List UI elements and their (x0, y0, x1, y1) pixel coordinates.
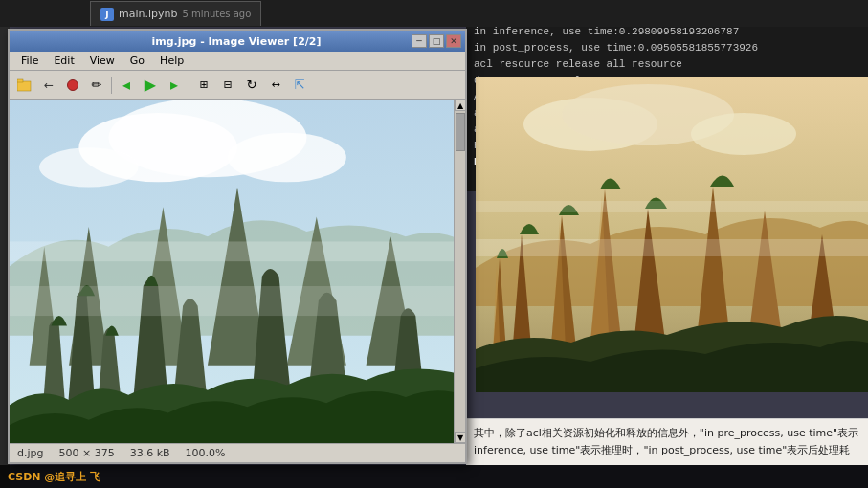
desktop: J main.ipynb 5 minutes ago img.jpg - Ima… (0, 0, 868, 488)
image-viewer-window: img.jpg - Image Viewer [2/2] ─ □ ✕ File … (8, 29, 467, 464)
title-bar-controls: ─ □ ✕ (412, 34, 461, 48)
toolbar-separator-2 (189, 77, 189, 94)
landscape-svg (10, 100, 465, 443)
bottom-text-area: 其中，除了acl相关资源初始化和释放的信息外，"in pre_process, … (466, 418, 868, 465)
stop-icon (67, 79, 78, 91)
nav-play-button[interactable]: ▶ (139, 75, 162, 96)
maximize-button[interactable]: □ (429, 34, 444, 48)
minimize-button[interactable]: ─ (412, 34, 427, 48)
scrollbar-up-arrow[interactable]: ▲ (455, 100, 465, 111)
zoom-button[interactable]: ⊟ (216, 75, 239, 96)
status-filesize: 33.6 kB (130, 447, 170, 459)
menu-edit[interactable]: Edit (46, 54, 81, 68)
csdn-label: CSDN @追寻上 飞 (8, 470, 100, 484)
terminal-line-4: acl resource release all resource (474, 56, 860, 73)
notebook-tab[interactable]: J main.ipynb 5 minutes ago (90, 1, 261, 26)
nav-next-button[interactable]: ▸ (163, 75, 186, 96)
nav-prev-button[interactable]: ◂ (115, 75, 138, 96)
window-title: img.jpg - Image Viewer [2/2] (61, 35, 412, 48)
status-filename: d.jpg (17, 447, 44, 459)
processed-landscape-svg (476, 77, 868, 392)
svg-point-6 (39, 147, 138, 187)
svg-rect-14 (476, 201, 868, 212)
csdn-bar: CSDN @追寻上 飞 (0, 465, 868, 488)
processed-image-area (476, 77, 868, 392)
svg-point-5 (228, 133, 346, 183)
stop-button[interactable] (61, 75, 84, 96)
svg-point-12 (691, 113, 796, 155)
svg-rect-7 (10, 286, 465, 316)
menu-bar: File Edit View Go Help (10, 52, 465, 71)
edit-button[interactable]: ✏ (85, 75, 108, 96)
open-folder-button[interactable] (13, 75, 36, 96)
svg-rect-0 (17, 81, 31, 91)
menu-help[interactable]: Help (152, 54, 191, 68)
title-bar: img.jpg - Image Viewer [2/2] ─ □ ✕ (10, 31, 465, 52)
back-button[interactable]: ← (37, 75, 60, 96)
zoom-fit-button[interactable]: ⊞ (192, 75, 215, 96)
status-bar: d.jpg 500 × 375 33.6 kB 100.0% (10, 443, 465, 462)
expand-button[interactable]: ⇱ (288, 75, 311, 96)
notebook-time: 5 minutes ago (182, 9, 251, 19)
menu-view[interactable]: View (82, 54, 122, 68)
terminal-line-3: in post_process, use time:0.095055818557… (474, 40, 860, 56)
svg-rect-1 (17, 79, 23, 82)
notebook-icon: J (100, 8, 114, 21)
menu-file[interactable]: File (13, 54, 46, 68)
close-button[interactable]: ✕ (446, 34, 461, 48)
toolbar: ← ✏ ◂ ▶ ▸ ⊞ ⊟ ↻ ↔ ⇱ (10, 71, 465, 100)
flip-button[interactable]: ↔ (264, 75, 287, 96)
status-zoom: 100.0% (186, 447, 226, 459)
status-dimensions: 500 × 375 (59, 447, 115, 459)
svg-rect-8 (10, 241, 465, 261)
image-area: ▲ ▼ (10, 100, 465, 443)
bottom-text-line2: inference, use time"表示推理时，"in post_proce… (474, 442, 860, 459)
menu-go[interactable]: Go (122, 54, 152, 68)
vertical-scrollbar[interactable]: ▲ ▼ (454, 100, 465, 443)
rotate-button[interactable]: ↻ (240, 75, 263, 96)
scrollbar-down-arrow[interactable]: ▼ (455, 432, 465, 443)
svg-rect-13 (476, 239, 868, 256)
scrollbar-thumb[interactable] (456, 113, 465, 151)
folder-icon (17, 78, 33, 92)
bottom-text-line1: 其中，除了acl相关资源初始化和释放的信息外，"in pre_process, … (474, 425, 860, 442)
notebook-filename: main.ipynb (119, 8, 177, 20)
toolbar-separator-1 (111, 77, 112, 94)
